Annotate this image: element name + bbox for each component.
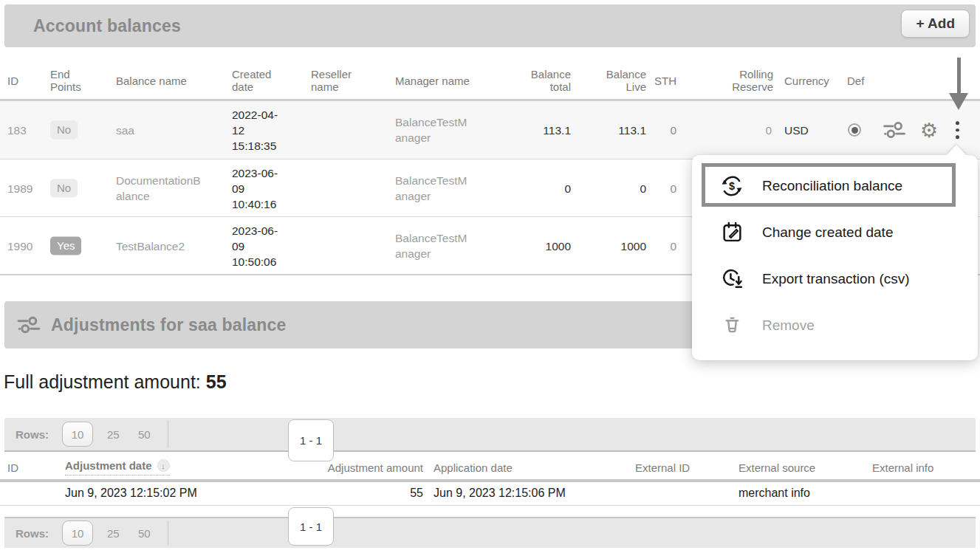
adjustment-row[interactable]: Jun 9, 2023 12:15:02 PM 55 Jun 9, 2023 1… [0, 481, 980, 505]
col-header-external-source: External source [739, 461, 836, 474]
adjustments-sliders-icon [17, 315, 41, 335]
menu-item-change-created-date[interactable]: Change created date [692, 209, 978, 255]
col-header-manager-name: Manager name [395, 75, 472, 87]
col-header-balance-name: Balance name [116, 75, 203, 87]
adjustments-sliders-icon[interactable] [882, 120, 907, 140]
cell-end-points: No [50, 121, 93, 140]
adjustment-date-label: Adjustment date [65, 459, 152, 472]
trash-icon [720, 314, 744, 337]
table-row-183[interactable]: 183 No saa 2022-04-12 15:18:35 BalanceTe… [0, 101, 980, 159]
menu-item-label: Change created date [762, 224, 893, 241]
col-header-external-info: External info [872, 461, 949, 474]
cell-created-date: 2022-04-12 15:18:35 [232, 107, 287, 154]
cell-adjustment-amount: 55 [305, 487, 423, 500]
cell-balance-total: 0 [476, 180, 571, 196]
cell-sth: 0 [650, 123, 676, 138]
rows-label: Rows: [16, 428, 49, 441]
cell-balance-name: TestBalance2 [116, 238, 203, 253]
cell-created-date: 2023-06-09 10:50:06 [232, 222, 287, 269]
cell-manager-name: BalanceTestManager [395, 173, 472, 204]
col-header-adjustment-date[interactable]: Adjustment date ↓ [65, 459, 242, 475]
col-header-adjustment-amount: Adjustment amount [305, 461, 423, 474]
cell-end-points: No [50, 179, 93, 197]
pagination-divider [168, 521, 168, 545]
menu-item-remove[interactable]: Remove [692, 302, 978, 348]
page-range-tab[interactable]: 1 - 1 [288, 419, 334, 461]
cell-balance-live: 0 [577, 180, 646, 196]
menu-item-reconciliation-balance[interactable]: $ Reconciliation balance [692, 162, 978, 209]
col-header-reseller-name: Reseller name [311, 68, 371, 93]
pagination-divider [168, 421, 168, 447]
rows-option-25[interactable]: 25 [107, 527, 120, 540]
cell-balance-name: saa [116, 123, 203, 138]
col-header-currency: Currency [784, 75, 836, 87]
rows-option-10[interactable]: 10 [62, 422, 93, 447]
menu-item-label: Reconciliation balance [762, 178, 902, 194]
adjustments-section-title: Adjustments for saa balance [51, 315, 287, 335]
sort-descending-icon[interactable]: ↓ [157, 459, 170, 472]
col-header-created-date: Created date [232, 68, 287, 93]
cell-balance-total: 1000 [476, 238, 571, 253]
rows-option-50[interactable]: 50 [138, 428, 151, 441]
svg-text:$: $ [729, 180, 735, 192]
menu-caret [946, 145, 967, 156]
cell-application-date: Jun 9, 2023 12:15:06 PM [434, 487, 592, 500]
cell-end-points: Yes [50, 236, 93, 255]
pagination-bar-top: Rows: 10 25 50 [4, 418, 976, 452]
add-button[interactable]: + Add [901, 10, 970, 38]
cell-created-date: 2023-06-09 10:40:16 [232, 165, 287, 211]
account-balances-section-bar: Account balances [4, 4, 976, 47]
row-divider [0, 505, 980, 506]
default-radio-selected[interactable] [848, 123, 861, 137]
col-header-application-date: Application date [434, 461, 592, 474]
cell-rolling-reserve: 0 [693, 123, 772, 138]
col-header-sth: STH [650, 75, 676, 87]
col-header-rolling-reserve: Rolling Reserve [729, 68, 773, 93]
col-header-id: ID [7, 461, 52, 474]
cell-id: 1989 [7, 180, 43, 196]
full-adjustment-amount: Full adjustment amount: 55 [4, 371, 227, 393]
calendar-edit-icon [720, 221, 744, 244]
full-adjustment-amount-value: 55 [206, 371, 227, 392]
cell-balance-live: 1000 [577, 238, 646, 253]
col-header-balance-live: Balance Live [602, 68, 646, 93]
row-actions-menu: $ Reconciliation balance Change created … [692, 155, 978, 360]
menu-item-label: Remove [762, 317, 815, 334]
rows-option-50[interactable]: 50 [138, 527, 151, 540]
clock-download-icon [720, 267, 744, 291]
cell-manager-name: BalanceTestManager [395, 114, 472, 145]
cell-id: 183 [7, 123, 43, 138]
cell-id: 1990 [7, 238, 43, 253]
annotation-arrow-head [949, 93, 968, 110]
rows-option-10[interactable]: 10 [62, 521, 93, 546]
cell-external-source: merchant info [739, 487, 836, 500]
cell-balance-total: 113.1 [476, 123, 571, 138]
cell-balance-live: 113.1 [577, 123, 646, 138]
status-badge: Yes [50, 236, 81, 255]
pagination-bar-bottom: Rows: 10 25 50 [4, 517, 976, 548]
cell-currency: USD [784, 123, 836, 138]
col-header-balance-total: Balance total [527, 68, 571, 93]
screen: Account balances + Add ID End Points Bal… [0, 0, 980, 553]
col-header-id: ID [7, 75, 43, 87]
page-range-tab[interactable]: 1 - 1 [288, 507, 334, 546]
full-adjustment-amount-label: Full adjustment amount: [4, 371, 201, 392]
col-header-external-id: External ID [635, 461, 705, 474]
adjustments-table-header: ID Adjustment date ↓ Adjustment amount A… [0, 456, 980, 478]
rows-label: Rows: [16, 527, 49, 540]
balances-table-header: ID End Points Balance name Created date … [0, 62, 980, 99]
rows-option-25[interactable]: 25 [107, 428, 120, 441]
status-badge: No [50, 121, 78, 140]
currency-refresh-icon: $ [720, 174, 744, 198]
col-header-end-points: End Points [50, 68, 93, 93]
cell-adjustment-date: Jun 9, 2023 12:15:02 PM [65, 487, 242, 500]
cell-balance-name: DocumentationBalance [116, 173, 203, 204]
page-title: Account balances [33, 16, 181, 36]
status-badge: No [50, 179, 78, 197]
menu-item-export-transaction[interactable]: Export transaction (csv) [692, 255, 978, 302]
kebab-menu-icon[interactable] [951, 118, 964, 142]
menu-item-label: Export transaction (csv) [762, 271, 910, 287]
cell-manager-name: BalanceTestManager [395, 230, 472, 261]
gear-icon[interactable]: ⚙ [920, 120, 938, 140]
cell-sth: 0 [650, 180, 676, 196]
